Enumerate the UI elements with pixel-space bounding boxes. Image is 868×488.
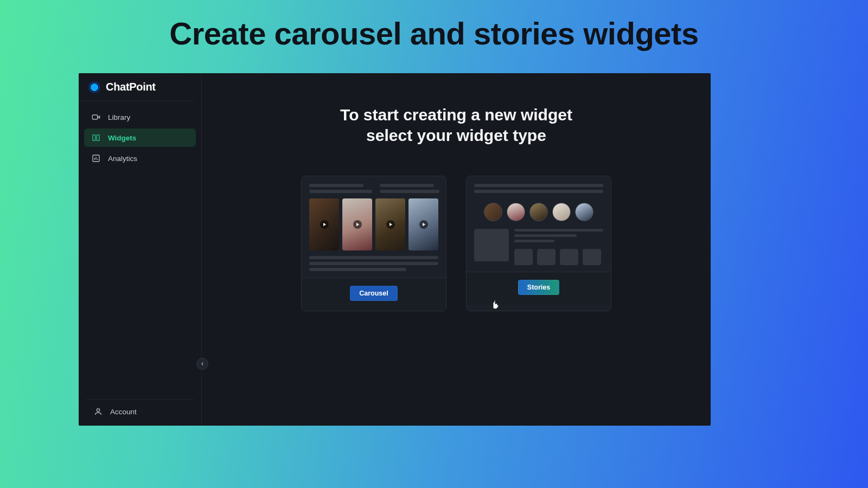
card-footer: Carousel xyxy=(302,278,446,311)
carousel-button[interactable]: Carousel xyxy=(350,286,398,301)
brand-logo-icon xyxy=(88,81,100,93)
video-icon xyxy=(92,113,100,121)
play-icon xyxy=(320,220,329,229)
play-icon xyxy=(419,220,428,229)
frame-title: Create carousel and stories widgets xyxy=(0,0,868,52)
sidebar-item-account[interactable]: Account xyxy=(86,400,194,426)
sidebar-item-widgets[interactable]: Widgets xyxy=(84,129,196,147)
stories-button[interactable]: Stories xyxy=(518,280,559,295)
collapse-sidebar-button[interactable] xyxy=(196,358,208,370)
brand-name: ChatPoint xyxy=(106,81,156,93)
story-avatar xyxy=(575,203,593,221)
svg-rect-1 xyxy=(93,135,95,141)
main-content: To start creating a new widget select yo… xyxy=(202,73,711,426)
play-icon xyxy=(386,220,395,229)
carousel-thumb xyxy=(375,198,405,251)
carousel-thumb xyxy=(309,198,339,251)
app-window: ChatPoint Library Widgets Analytics xyxy=(79,73,711,426)
play-icon xyxy=(353,220,362,229)
user-icon xyxy=(94,407,103,416)
story-avatar xyxy=(484,203,502,221)
account-label: Account xyxy=(110,408,137,416)
widget-type-cards: Carousel xyxy=(202,176,711,311)
widget-card-carousel[interactable]: Carousel xyxy=(301,176,446,311)
story-avatar xyxy=(552,203,571,221)
widgets-icon xyxy=(92,133,100,142)
stories-preview xyxy=(467,176,611,272)
sidebar-nav: Library Widgets Analytics xyxy=(79,101,201,174)
svg-point-4 xyxy=(97,409,99,412)
page-heading: To start creating a new widget select yo… xyxy=(202,105,711,145)
carousel-thumb xyxy=(342,198,372,251)
widget-card-stories[interactable]: Stories xyxy=(466,176,611,311)
carousel-preview xyxy=(302,176,446,278)
svg-rect-2 xyxy=(97,135,99,141)
sidebar-item-library[interactable]: Library xyxy=(84,108,196,126)
chart-icon xyxy=(92,154,100,163)
sidebar-item-label: Widgets xyxy=(108,134,136,142)
sidebar-bottom: Account xyxy=(86,399,194,426)
sidebar-item-label: Analytics xyxy=(108,155,137,163)
carousel-thumb xyxy=(409,198,438,251)
brand: ChatPoint xyxy=(79,73,195,101)
story-avatar xyxy=(507,203,525,221)
sidebar-item-label: Library xyxy=(108,113,130,121)
sidebar-item-analytics[interactable]: Analytics xyxy=(84,149,196,168)
story-avatar xyxy=(529,203,548,221)
card-footer: Stories xyxy=(467,272,611,305)
sidebar: ChatPoint Library Widgets Analytics xyxy=(79,73,202,426)
